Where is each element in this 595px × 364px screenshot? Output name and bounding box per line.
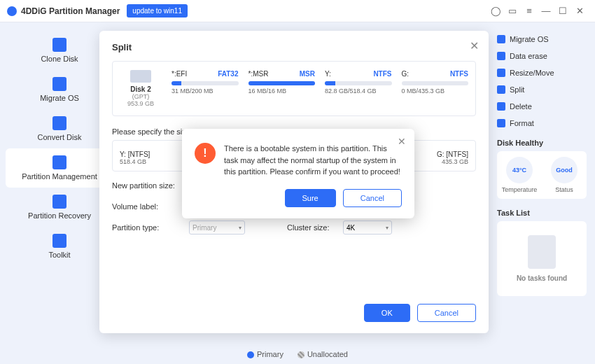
- update-button[interactable]: update to win11: [127, 4, 188, 18]
- partition-efi: *:EFIFAT32 31 MB/200 MB: [172, 70, 239, 107]
- delete-icon: [497, 102, 505, 111]
- split-modal-close-icon[interactable]: ✕: [470, 39, 479, 52]
- partition-msr: *:MSRMSR 16 MB/16 MB: [248, 70, 316, 107]
- clipboard-icon: [528, 235, 556, 269]
- user-icon[interactable]: ◯: [487, 3, 504, 20]
- clone-disk-icon: [52, 38, 66, 52]
- partition-g: G:NTFS 0 MB/435.3 GB: [402, 70, 469, 107]
- metric-status: Good Status: [545, 157, 584, 193]
- minimize-icon[interactable]: —: [538, 3, 554, 20]
- right-link-migrate-os[interactable]: Migrate OS: [497, 31, 587, 48]
- no-tasks-text: No tasks found: [501, 274, 582, 282]
- menu-icon[interactable]: ≡: [521, 3, 538, 20]
- format-icon: [497, 119, 505, 127]
- temperature-dial: 43°C: [506, 157, 533, 183]
- partition-type-label: Partition type:: [112, 223, 189, 232]
- metrics-row: 43°C Temperature Good Status: [497, 151, 587, 199]
- metric-temperature: 43°C Temperature: [500, 157, 539, 193]
- partition-y: Y:NTFS 82.8 GB/518.4 GB: [325, 70, 392, 107]
- split-ok-button[interactable]: OK: [364, 304, 410, 322]
- confirm-sure-button[interactable]: Sure: [285, 189, 336, 207]
- close-icon[interactable]: ✕: [571, 3, 588, 20]
- legend: Primary Unallocated: [247, 350, 348, 358]
- migrate-os-icon: [52, 77, 66, 91]
- tasklist-title: Task List: [497, 209, 587, 217]
- toolkit-icon: [52, 234, 66, 248]
- chat-icon[interactable]: ▭: [504, 3, 521, 20]
- maximize-icon[interactable]: ☐: [554, 3, 571, 20]
- sidebar-item-partition-management[interactable]: Partition Management: [6, 148, 113, 188]
- disk-icon: [130, 70, 151, 83]
- right-link-resize[interactable]: Resize/Move: [497, 64, 587, 81]
- split-modal-title: Split: [112, 42, 476, 52]
- cluster-size-select[interactable]: 4K: [343, 220, 392, 234]
- partition-recovery-icon: [52, 195, 66, 209]
- disk-healthy-title: Disk Healthy: [497, 139, 587, 147]
- convert-disk-icon: [52, 116, 66, 130]
- split-left-label: Y: [NTFS] 518.4 GB: [120, 150, 190, 165]
- partition-mgmt-icon: [52, 155, 66, 169]
- partition-type-select: Primary: [189, 220, 245, 234]
- split-cancel-button[interactable]: Cancel: [417, 304, 476, 322]
- right-panel: Migrate OS Data erase Resize/Move Split …: [497, 22, 595, 364]
- right-link-format[interactable]: Format: [497, 115, 587, 132]
- erase-icon: [497, 52, 505, 60]
- confirm-cancel-button[interactable]: Cancel: [343, 189, 402, 207]
- legend-primary: Primary: [247, 350, 284, 358]
- cluster-size-label: Cluster size:: [287, 223, 343, 232]
- volume-label-label: Volume label:: [112, 202, 189, 211]
- right-link-delete[interactable]: Delete: [497, 98, 587, 115]
- disk-info: Disk 2 (GPT) 953.9 GB *:EFIFAT32 31 MB/2…: [112, 61, 476, 116]
- confirm-modal: ✕ ! There is a bootable system in this p…: [182, 129, 414, 218]
- resize-icon: [497, 69, 505, 77]
- confirm-close-icon[interactable]: ✕: [398, 136, 406, 147]
- new-size-label: New partition size:: [112, 181, 189, 190]
- app-title: 4DDiG Partition Manager: [21, 6, 120, 16]
- titlebar: 4DDiG Partition Manager update to win11 …: [0, 0, 595, 22]
- app-logo-icon: [7, 6, 17, 16]
- migrate-icon: [497, 35, 505, 43]
- disk-summary: Disk 2 (GPT) 953.9 GB: [120, 70, 162, 107]
- status-dial: Good: [551, 157, 578, 183]
- tasklist-box: No tasks found: [497, 221, 587, 296]
- right-link-data-erase[interactable]: Data erase: [497, 48, 587, 64]
- split-icon: [497, 85, 505, 94]
- warning-icon: !: [195, 143, 216, 164]
- legend-unallocated: Unallocated: [298, 350, 348, 358]
- right-link-split[interactable]: Split: [497, 81, 587, 98]
- confirm-text: There is a bootable system in this parti…: [224, 143, 402, 178]
